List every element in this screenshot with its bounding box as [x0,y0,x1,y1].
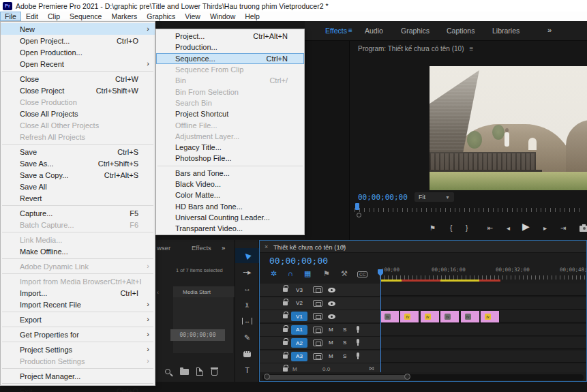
file-menu-item-save-a-copy[interactable]: Save a Copy...Ctrl+Alt+S [1,169,155,181]
panel-menu-icon[interactable]: ≡ [469,45,473,52]
lock-icon[interactable] [283,367,288,372]
lock-icon[interactable] [283,355,288,359]
voiceover-record-icon[interactable] [357,352,359,357]
file-menu-item-capture[interactable]: Capture...F5 [1,207,155,219]
tab-overflow-icon[interactable]: » [222,244,225,252]
track-target-button-a2[interactable]: A2 [291,338,307,348]
file-menu-item-link-media[interactable]: Link Media... [1,234,155,245]
scrollbar-handle[interactable] [267,375,410,380]
toggle-track-output-icon[interactable] [328,314,335,319]
lock-icon[interactable] [283,341,288,345]
toggle-track-output-icon[interactable] [328,288,335,292]
track-target-button-a1[interactable]: A1 [291,325,307,335]
track-content-v3[interactable] [380,284,586,296]
mute-button[interactable]: M [329,340,333,346]
nest-icon[interactable]: ✲ [271,269,277,278]
track-content-a3[interactable] [380,350,586,363]
new-submenu-item-bin[interactable]: BinCtrl+/ [156,75,304,86]
timeline-clip[interactable]: fx [400,311,419,322]
track-target-button-v2[interactable]: V2 [291,299,307,308]
file-menu-item-exit[interactable]: ExitCtrl+Q [1,385,155,392]
track-target-button-a3[interactable]: A3 [291,352,307,361]
file-menu-item-make-offline[interactable]: Make Offline... [1,245,155,257]
file-menu-item-open-project[interactable]: Open Project...Ctrl+O [1,35,155,46]
file-menu-item-import-recent-file[interactable]: Import Recent File› [1,299,155,310]
menubar-item-file[interactable]: File [0,12,21,21]
new-submenu-item-offline-file[interactable]: Offline File... [156,119,304,130]
source-patch-icon[interactable] [313,340,322,346]
file-menu-item-close-all-other-projects[interactable]: Close All Other Projects [1,119,155,131]
new-submenu-item-universal-counting-leader[interactable]: Universal Counting Leader... [156,212,304,223]
file-menu-item-revert[interactable]: Revert [1,192,155,204]
scroll-left-arrow[interactable]: ‹ [157,289,159,296]
workspace-tab-effects[interactable]: Effects [325,27,347,35]
new-submenu-item-photoshop-file[interactable]: Photoshop File... [156,153,304,164]
file-menu-item-close-all-projects[interactable]: Close All Projects [1,108,155,119]
tab-effects[interactable]: Effects [192,244,211,252]
timeline-clip[interactable]: fx [481,311,500,322]
source-patch-icon[interactable] [313,286,322,293]
file-menu-item-production-settings[interactable]: Production Settings› [1,355,155,367]
pen-tool[interactable]: ✎ [235,330,259,345]
new-submenu-item-sequence-from-clip[interactable]: Sequence From Clip [156,64,304,75]
close-icon[interactable]: × [265,243,268,250]
source-patch-icon[interactable] [313,300,322,307]
workspace-tab-captions[interactable]: Captions [447,27,475,35]
track-target-button-v3[interactable]: V3 [291,285,307,295]
file-menu-item-get-properties-for[interactable]: Get Properties for› [1,329,155,340]
scrollbar-knob-left[interactable] [264,374,270,380]
hand-tool[interactable] [235,346,259,361]
source-patch-icon[interactable] [313,327,322,333]
type-tool[interactable]: T [235,363,259,378]
lock-icon[interactable] [283,328,288,332]
toggle-track-output-icon[interactable] [328,301,335,306]
media-start-cell[interactable]: 00;00;00;00 [170,329,225,341]
panel-menu-icon[interactable]: ≡ [342,243,346,250]
tab-media-browser-fragment[interactable]: wser [157,244,170,252]
search-icon[interactable] [165,369,170,374]
new-submenu-item-black-video[interactable]: Black Video... [156,179,304,190]
lock-icon[interactable] [283,314,288,318]
lock-icon[interactable] [283,288,288,292]
play-icon[interactable]: ▶ [522,222,530,231]
solo-button[interactable]: S [343,353,346,359]
add-marker-icon[interactable]: ⚑ [430,224,436,233]
mark-out-icon[interactable]: } [466,224,468,233]
track-target-button-v1[interactable]: V1 [291,312,307,321]
step-back-icon[interactable]: ◂ [507,224,510,233]
menubar-item-view[interactable]: View [180,12,205,21]
delete-icon[interactable] [211,369,217,376]
track-content-v2[interactable] [380,297,586,310]
menubar-item-graphics[interactable]: Graphics [142,12,180,21]
new-item-icon[interactable] [196,367,203,376]
menubar-item-help[interactable]: Help [240,12,265,21]
file-menu-item-save-all[interactable]: Save All [1,181,155,192]
source-patch-icon[interactable] [313,313,322,320]
file-menu-item-close[interactable]: CloseCtrl+W [1,73,155,85]
timeline-clip[interactable]: fx [440,311,460,322]
timeline-settings-icon[interactable]: ⚒ [341,269,348,278]
track-content-a1[interactable] [380,324,586,336]
file-menu-item-close-project[interactable]: Close ProjectCtrl+Shift+W [1,85,155,96]
menubar-item-window[interactable]: Window [205,12,240,21]
go-to-out-icon[interactable]: ⇥ [560,224,566,233]
file-menu-item-open-recent[interactable]: Open Recent› [1,58,155,70]
timeline-ruler[interactable] [380,272,586,280]
tab-overflow-icon[interactable]: » [547,26,551,34]
snap-icon[interactable]: ∩ [288,269,293,277]
captions-icon[interactable]: CC [357,269,367,277]
timeline-clip[interactable]: fx [421,311,440,322]
menubar-item-markers[interactable]: Markers [106,12,142,21]
export-frame-icon[interactable] [580,226,587,232]
linked-selection-icon[interactable]: ▦ [304,269,311,278]
file-menu-item-refresh-all-projects[interactable]: Refresh All Projects [1,131,155,142]
file-menu-item-export[interactable]: Export› [1,314,155,325]
new-submenu-item-project[interactable]: Project...Ctrl+Alt+N [156,31,304,42]
new-submenu-item-search-bin[interactable]: Search Bin [156,97,304,108]
file-menu-item-import-from-media-browser[interactable]: Import from Media BrowserCtrl+Alt+I [1,275,155,287]
new-submenu-item-hd-bars-and-tone[interactable]: HD Bars and Tone... [156,200,304,211]
program-mini-ruler[interactable] [355,205,583,212]
solo-button[interactable]: S [343,327,346,333]
selection-tool[interactable]: ▶ [235,248,259,263]
file-menu-item-save-as[interactable]: Save As...Ctrl+Shift+S [1,157,155,169]
